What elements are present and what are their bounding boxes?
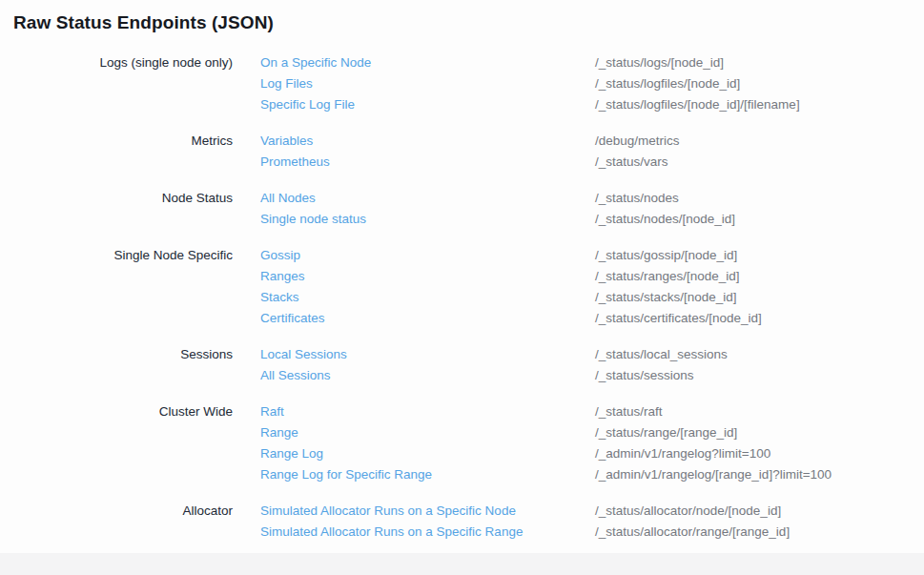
endpoint-link[interactable]: Stacks: [260, 287, 595, 308]
footer-band: [0, 553, 924, 575]
endpoint-path: /_status/nodes/[node_id]: [595, 209, 924, 230]
endpoint-path: /_status/certificates/[node_id]: [595, 308, 924, 329]
endpoint-path: /_status/range/[range_id]: [595, 422, 924, 443]
endpoint-path: /debug/metrics: [595, 131, 924, 152]
endpoint-path: /_status/allocator/node/[node_id]: [595, 501, 924, 522]
endpoint-path: /_status/logfiles/[node_id]: [595, 73, 924, 94]
endpoint-link[interactable]: Local Sessions: [260, 344, 595, 365]
endpoint-path: /_admin/v1/rangelog/[range_id]?limit=100: [595, 464, 924, 485]
endpoint-group: Allocator Simulated Allocator Runs on a …: [0, 501, 924, 543]
category-label: Logs (single node only): [0, 52, 260, 115]
endpoint-path: /_status/sessions: [595, 365, 924, 386]
endpoint-link[interactable]: All Nodes: [260, 188, 595, 209]
endpoint-path: /_status/nodes: [595, 188, 924, 209]
links-column: Simulated Allocator Runs on a Specific N…: [260, 501, 595, 543]
endpoints-column: /debug/metrics/_status/vars: [595, 131, 924, 173]
links-column: On a Specific NodeLog FilesSpecific Log …: [260, 52, 595, 115]
endpoint-link[interactable]: On a Specific Node: [260, 52, 595, 73]
endpoint-link[interactable]: Range Log: [260, 443, 595, 464]
endpoint-group: Single Node Specific GossipRangesStacksC…: [0, 245, 924, 329]
links-column: Local SessionsAll Sessions: [260, 344, 595, 386]
links-column: All NodesSingle node status: [260, 188, 595, 230]
endpoint-link[interactable]: Single node status: [260, 209, 595, 230]
category-label: Cluster Wide: [0, 401, 260, 485]
links-column: GossipRangesStacksCertificates: [260, 245, 595, 329]
endpoint-link[interactable]: Simulated Allocator Runs on a Specific R…: [260, 522, 595, 543]
endpoint-group: Logs (single node only) On a Specific No…: [0, 52, 924, 115]
endpoint-path: /_status/logfiles/[node_id]/[filename]: [595, 94, 924, 115]
endpoint-link[interactable]: Ranges: [260, 266, 595, 287]
endpoint-path: /_status/local_sessions: [595, 344, 924, 365]
endpoint-path: /_admin/v1/rangelog?limit=100: [595, 443, 924, 464]
endpoint-link[interactable]: Certificates: [260, 308, 595, 329]
endpoints-column: /_status/logs/[node_id]/_status/logfiles…: [595, 52, 924, 115]
endpoint-link[interactable]: Range Log for Specific Range: [260, 464, 595, 485]
endpoints-column: /_status/local_sessions/_status/sessions: [595, 344, 924, 386]
endpoints-column: /_status/gossip/[node_id]/_status/ranges…: [595, 245, 924, 329]
endpoints-column: /_status/allocator/node/[node_id]/_statu…: [595, 501, 924, 543]
category-label: Allocator: [0, 501, 260, 543]
endpoint-link[interactable]: Specific Log File: [260, 94, 595, 115]
endpoint-group: Sessions Local SessionsAll Sessions /_st…: [0, 344, 924, 386]
raw-status-endpoints-page: Raw Status Endpoints (JSON) Logs (single…: [0, 0, 924, 575]
endpoint-table: Logs (single node only) On a Specific No…: [0, 52, 924, 543]
endpoint-group: Metrics VariablesPrometheus /debug/metri…: [0, 131, 924, 173]
links-column: VariablesPrometheus: [260, 131, 595, 173]
endpoint-link[interactable]: Variables: [260, 131, 595, 152]
endpoint-path: /_status/gossip/[node_id]: [595, 245, 924, 266]
endpoint-path: /_status/ranges/[node_id]: [595, 266, 924, 287]
category-label: Node Status: [0, 188, 260, 230]
category-label: Metrics: [0, 131, 260, 173]
endpoint-link[interactable]: Range: [260, 422, 595, 443]
endpoint-link[interactable]: Log Files: [260, 73, 595, 94]
endpoint-path: /_status/vars: [595, 152, 924, 173]
endpoint-group: Node Status All NodesSingle node status …: [0, 188, 924, 230]
endpoint-path: /_status/raft: [595, 401, 924, 422]
endpoint-link[interactable]: Simulated Allocator Runs on a Specific N…: [260, 501, 595, 522]
page-title: Raw Status Endpoints (JSON): [13, 12, 274, 33]
endpoints-column: /_status/nodes/_status/nodes/[node_id]: [595, 188, 924, 230]
endpoints-column: /_status/raft/_status/range/[range_id]/_…: [595, 401, 924, 485]
links-column: RaftRangeRange LogRange Log for Specific…: [260, 401, 595, 485]
endpoint-link[interactable]: Raft: [260, 401, 595, 422]
endpoint-path: /_status/stacks/[node_id]: [595, 287, 924, 308]
endpoint-path: /_status/logs/[node_id]: [595, 52, 924, 73]
endpoint-group: Cluster Wide RaftRangeRange LogRange Log…: [0, 401, 924, 485]
category-label: Sessions: [0, 344, 260, 386]
category-label: Single Node Specific: [0, 245, 260, 329]
endpoint-link[interactable]: All Sessions: [260, 365, 595, 386]
endpoint-link[interactable]: Gossip: [260, 245, 595, 266]
endpoint-path: /_status/allocator/range/[range_id]: [595, 522, 924, 543]
endpoint-link[interactable]: Prometheus: [260, 152, 595, 173]
